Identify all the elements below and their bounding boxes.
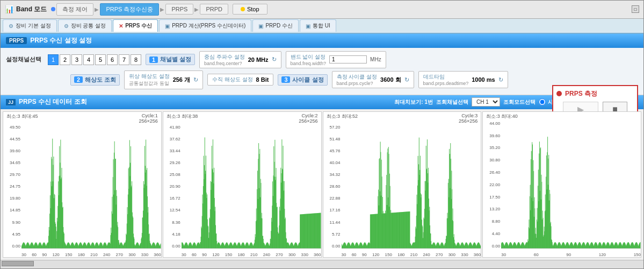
svg-rect-724 [342, 125, 481, 249]
tab-label-ui: 통합 UI [313, 22, 330, 30]
ch-btn-6[interactable]: 6 [107, 54, 118, 65]
bandwidth-sublabel: band.freq.width? [291, 61, 327, 66]
y-axis-label: 20.90 [170, 184, 180, 189]
x-axis-label: 60 [534, 252, 539, 257]
x-axis-label: 90 [362, 252, 367, 257]
prps-section-title: PRPS 수신 설정 설정 [30, 36, 92, 45]
x-axis-label: 330 [301, 252, 308, 257]
tab-integrated-ui[interactable]: ▣ 통합 UI [300, 19, 336, 32]
phase-amp-label: 위상 해상도 설정 [129, 73, 170, 79]
x-axis-label: 270 [436, 252, 443, 257]
step1-num: 1 [149, 56, 158, 63]
ch-btn-3[interactable]: 3 [71, 54, 82, 65]
x-axis-label: 180 [237, 252, 244, 257]
chart-box-3: 최소:3 최대:52Cycle:3256×25657.2051.4845.764… [323, 111, 482, 258]
prps-section-header: PRPS PRPS 수신 설정 설정 [1, 34, 643, 48]
chart-box-2: 최소:3 최대:38Cycle:2256×25641.8037.6233.442… [163, 111, 322, 258]
x-axis-label: 30 [342, 252, 346, 257]
chart-box-4: 최소:3 최대:4044.0039.6035.2030.8026.4022.00… [482, 111, 641, 258]
charts-grid: 최소:3 최대:45Cycle:1256×25649.5044.5539.603… [1, 109, 643, 260]
deadtime-group: 데드타임 band.prps.deadtime? 1000 ms ↻ [418, 71, 508, 88]
phase-amp-value: 256 개 [173, 76, 190, 84]
ch-btn-8[interactable]: 8 [131, 54, 141, 65]
x-axis-label: 300 [448, 252, 455, 257]
y-axis-label: 39.60 [10, 148, 20, 153]
tab-prpd-calc[interactable]: ▣ PRPD 계산(PRPS 수신데이터) [159, 19, 251, 32]
deadtime-value: 1000 ms [472, 76, 495, 83]
step3-label: 3 사이클 설정 [278, 74, 327, 86]
step-prpd[interactable]: PRPD [200, 4, 228, 15]
tab-device-basic[interactable]: ⚙ 장비 기본 설정 [3, 19, 57, 32]
tab-prpd-receive[interactable]: ▣ PRPD 수신 [252, 19, 299, 32]
tab-device-common[interactable]: ⚙ 장비 공통 설정 [58, 19, 112, 32]
chart-canvas-4: 44.0039.6035.2030.8026.4022.0017.5013.20… [483, 121, 641, 257]
scrollbar-thumb[interactable] [2, 261, 34, 266]
prps-icon: PRPS [6, 37, 27, 44]
arrow1: ▶ [95, 6, 99, 12]
x-axis-label: 60 [32, 252, 37, 257]
step2-label: 2 해상도 조회 [70, 74, 120, 86]
step-prps-receiving[interactable]: PRPS 측정수신중 [100, 3, 159, 16]
ch-btn-5[interactable]: 5 [95, 54, 106, 65]
y-axis-label: 9.90 [12, 220, 20, 225]
y-axis-label: 33.44 [170, 148, 180, 153]
brand-label: 📊 Band 모드 [5, 5, 47, 14]
phase-amp-refresh[interactable]: ↻ [193, 76, 198, 83]
tab-icon-prps: ✕ [119, 23, 123, 29]
ch-btn-7[interactable]: 7 [119, 54, 129, 65]
y-axis-label: 25.08 [170, 172, 180, 177]
y-axis-label: 30.80 [489, 158, 500, 162]
ch-btn-1[interactable]: 1 [48, 54, 59, 65]
recv-amp-value: 8 Bit [256, 76, 269, 83]
y-axis-label: 39.60 [489, 133, 500, 138]
stop-button[interactable]: Stop [233, 4, 267, 15]
y-axis-label: 17.16 [329, 208, 340, 213]
y-axis-label: 40.04 [329, 160, 340, 165]
arrow2: ▶ [160, 6, 164, 12]
x-axis-label: 210 [90, 252, 97, 257]
ch-btn-2[interactable]: 2 [60, 54, 70, 65]
cycle-measure-refresh[interactable]: ↻ [404, 76, 409, 83]
y-axis-label: 0.00 [332, 244, 341, 249]
view-mode-cycle[interactable] [539, 98, 546, 105]
center-freq-refresh[interactable]: ↻ [272, 56, 277, 63]
y-axis-label: 0.00 [172, 244, 180, 249]
tab-icon-common: ⚙ [64, 23, 69, 29]
y-axis-label: 14.85 [10, 208, 20, 213]
prps-measure-title: PRPS 측정 [556, 89, 634, 98]
x-axis-label: 240 [103, 252, 110, 257]
step-prps[interactable]: PRPS [165, 4, 193, 15]
x-axis-label: 210 [250, 252, 257, 257]
step2-text: 해상도 조회 [85, 76, 116, 84]
x-axis-4: 306090120150 [501, 252, 641, 257]
step3-num: 3 [281, 76, 290, 83]
y-axis-label: 11.44 [329, 220, 340, 225]
deadtime-label: 데드타임 [423, 74, 445, 80]
horizontal-scrollbar [1, 260, 643, 267]
chart-channel-select[interactable]: CH 1 CH 2 CH 3 CH 4 [472, 97, 500, 107]
x-axis-label: 360 [154, 252, 161, 257]
stop-label: Stop [247, 6, 259, 12]
bandwidth-input[interactable] [329, 55, 367, 63]
cycle-measure-sublabel: band.prps.cycle? [337, 81, 378, 86]
deadtime-refresh[interactable]: ↻ [498, 76, 503, 83]
svg-rect-1086 [501, 121, 641, 249]
tab-label-prpd-calc: PRPD 계산(PRPS 수신데이터) [172, 22, 245, 30]
chart-max-label-3: 최소:3 최대:52 [327, 113, 358, 124]
x-axis-label: 30 [21, 252, 26, 257]
y-axis-label: 0.00 [492, 244, 501, 249]
tab-label-basic: 장비 기본 설정 [16, 22, 51, 30]
x-axis-label: 60 [352, 252, 357, 257]
y-axis-label: 24.75 [10, 184, 20, 189]
tab-prps-receive[interactable]: ✕ PRPS 수신 [113, 19, 158, 32]
ch-btn-4[interactable]: 4 [83, 54, 94, 65]
data-icon: JJ [6, 99, 16, 105]
tab-label-common: 장비 공통 설정 [71, 22, 106, 30]
step-control[interactable]: 측정 제어 [56, 3, 93, 16]
x-axis-3: 306090120150180210240270300330360 [342, 252, 481, 257]
cycle-measure-value: 3600 회 [380, 76, 401, 84]
y-axis-label: 37.62 [170, 137, 180, 141]
maximize-button[interactable]: □ [632, 5, 639, 13]
channel-select-ctrl-label: 조회채널선택 [436, 98, 468, 106]
x-axis-label: 30 [501, 252, 506, 257]
